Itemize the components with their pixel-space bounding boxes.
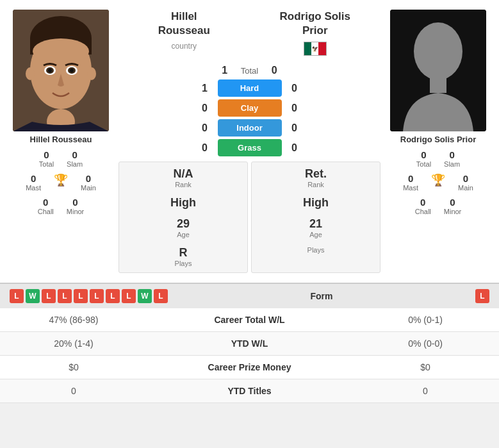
svg-point-6 bbox=[33, 38, 89, 64]
svg-point-14 bbox=[87, 67, 96, 80]
prize-row: $0 Career Prize Money $0 bbox=[0, 356, 499, 379]
player2-silhouette-svg bbox=[390, 10, 486, 131]
player1-slam: 0 Slam bbox=[67, 149, 83, 168]
player1-mast: 0 Mast bbox=[26, 173, 41, 192]
svg-rect-17 bbox=[430, 77, 446, 93]
player1-name-header: Hillel Rousseau country bbox=[119, 10, 250, 58]
player2-chall: 0 Chall bbox=[415, 197, 431, 215]
player2-right: Rodrigo Solis Prior 0 Total 0 Slam 0 Mas… bbox=[384, 10, 493, 273]
ytd-titles-p1: 0 bbox=[10, 386, 138, 396]
indoor-score-p2: 0 bbox=[288, 122, 301, 134]
player1-name: Hillel Rousseau bbox=[30, 135, 92, 144]
prize-p2: $0 bbox=[361, 362, 489, 372]
player2-high-stat: High bbox=[303, 196, 329, 210]
stats-table: 47% (86-98) Career Total W/L 0% (0-1) 20… bbox=[0, 308, 499, 403]
player1-chall: 0 Chall bbox=[38, 197, 54, 215]
player1-total: 0 Total bbox=[39, 149, 54, 168]
player2-stats-row1: 0 Total 0 Slam bbox=[416, 149, 460, 168]
player2-stats-row3: 0 Chall 0 Minor bbox=[415, 197, 462, 215]
p1-form-badge-4: L bbox=[74, 289, 88, 303]
player1-photo bbox=[13, 10, 109, 131]
p1-form-badge-2: L bbox=[42, 289, 56, 303]
ytd-titles-p2: 0 bbox=[361, 386, 489, 396]
svg-point-11 bbox=[48, 69, 52, 72]
ytd-titles-label: YTD Titles bbox=[138, 386, 361, 396]
svg-point-16 bbox=[414, 22, 462, 80]
hard-score-p2: 0 bbox=[288, 83, 301, 94]
form-badges-right: L bbox=[475, 289, 489, 303]
hard-row: 1 Hard 0 bbox=[119, 79, 380, 97]
form-section: L W L L L L L L W L Form L bbox=[0, 283, 499, 308]
main-container: Hillel Rousseau 0 Total 0 Slam 0 Mast 🏆 bbox=[0, 0, 499, 403]
grass-row: 0 Grass 0 bbox=[119, 139, 380, 156]
p1-form-badge-3: L bbox=[58, 289, 72, 303]
player2-plays-stat: Plays bbox=[307, 246, 325, 254]
player2-total: 0 Total bbox=[416, 149, 431, 168]
hard-button[interactable]: Hard bbox=[218, 79, 282, 97]
flag-stripe-green bbox=[304, 42, 311, 55]
total-score-p2: 0 bbox=[268, 65, 281, 76]
player1-face-svg bbox=[13, 10, 109, 131]
total-score-p1: 1 bbox=[218, 65, 231, 76]
career-wl-row: 47% (86-98) Career Total W/L 0% (0-1) bbox=[0, 308, 499, 332]
svg-point-13 bbox=[26, 67, 35, 80]
total-scores-row: 1 Total 0 bbox=[218, 65, 281, 76]
grass-button[interactable]: Grass bbox=[218, 139, 282, 156]
clay-score-p1: 0 bbox=[199, 103, 211, 114]
player2-name-top: Rodrigo Solis Prior bbox=[250, 10, 381, 38]
clay-button[interactable]: Clay bbox=[218, 99, 282, 117]
player1-left: Hillel Rousseau 0 Total 0 Slam 0 Mast 🏆 bbox=[6, 10, 115, 273]
player1-high-stat: High bbox=[170, 196, 196, 210]
indoor-button[interactable]: Indoor bbox=[218, 119, 282, 137]
player2-stats-row2: 0 Mast 🏆 0 Main bbox=[403, 173, 473, 192]
player-names-header: Hillel Rousseau country Rodrigo Solis Pr… bbox=[119, 10, 380, 58]
ytd-wl-label: YTD W/L bbox=[138, 338, 361, 349]
surfaces-area: 1 Hard 0 0 Clay 0 0 Indoor 0 0 Grass bbox=[119, 79, 380, 156]
player1-stats-row3: 0 Chall 0 Minor bbox=[38, 197, 85, 215]
player1-age-stat: 29 Age bbox=[177, 217, 190, 238]
player2-stats-panel: Ret. Rank High 21 Age Plays bbox=[251, 162, 380, 273]
player1-trophy-icon: 🏆 bbox=[54, 173, 68, 192]
flag-stripe-white: 🦅 bbox=[311, 42, 318, 55]
ytd-wl-p1: 20% (1-4) bbox=[10, 338, 138, 349]
total-label: Total bbox=[241, 66, 258, 76]
p1-form-badge-8: W bbox=[138, 289, 152, 303]
player2-age-stat: 21 Age bbox=[309, 217, 322, 238]
career-wl-p1: 47% (86-98) bbox=[10, 315, 138, 325]
player2-name-header: Rodrigo Solis Prior 🦅 bbox=[250, 10, 381, 58]
p1-form-badge-0: L bbox=[10, 289, 24, 303]
clay-score-p2: 0 bbox=[288, 103, 301, 114]
grass-score-p2: 0 bbox=[288, 142, 301, 154]
player1-stats-row1: 0 Total 0 Slam bbox=[39, 149, 83, 168]
prize-label: Career Prize Money bbox=[138, 362, 361, 372]
ytd-titles-row: 0 YTD Titles 0 bbox=[0, 379, 499, 403]
p1-form-badge-7: L bbox=[122, 289, 136, 303]
clay-row: 0 Clay 0 bbox=[119, 99, 380, 117]
mexico-flag: 🦅 bbox=[304, 42, 327, 56]
grass-score-p1: 0 bbox=[199, 142, 211, 154]
career-wl-label: Career Total W/L bbox=[138, 315, 361, 325]
p2-form-badge-0: L bbox=[475, 289, 489, 303]
hard-score-p1: 1 bbox=[199, 83, 211, 94]
player2-trophy-icon: 🏆 bbox=[431, 173, 445, 192]
player1-main: 0 Main bbox=[81, 173, 96, 192]
p1-form-badge-6: L bbox=[106, 289, 120, 303]
player2-mast: 0 Mast bbox=[403, 173, 418, 192]
player2-photo bbox=[390, 10, 486, 131]
player2-main: 0 Main bbox=[458, 173, 473, 192]
player2-slam: 0 Slam bbox=[444, 149, 460, 168]
p1-form-badge-9: L bbox=[154, 289, 168, 303]
p1-form-badge-5: L bbox=[90, 289, 104, 303]
ytd-wl-p2: 0% (0-0) bbox=[361, 338, 489, 349]
player1-stats-row2: 0 Mast 🏆 0 Main bbox=[26, 173, 96, 192]
center-scores-area: Hillel Rousseau country Rodrigo Solis Pr… bbox=[119, 10, 380, 273]
player2-minor: 0 Minor bbox=[444, 197, 462, 215]
player2-name: Rodrigo Solis Prior bbox=[400, 135, 476, 144]
flag-stripe-red bbox=[318, 42, 325, 55]
two-stats-panels: N/A Rank High 29 Age R Plays bbox=[119, 162, 380, 273]
indoor-score-p1: 0 bbox=[199, 122, 211, 134]
form-label: Form bbox=[174, 291, 469, 301]
career-wl-p2: 0% (0-1) bbox=[361, 315, 489, 325]
prize-p1: $0 bbox=[10, 362, 138, 372]
player1-rank-stat: N/A Rank bbox=[174, 167, 193, 188]
